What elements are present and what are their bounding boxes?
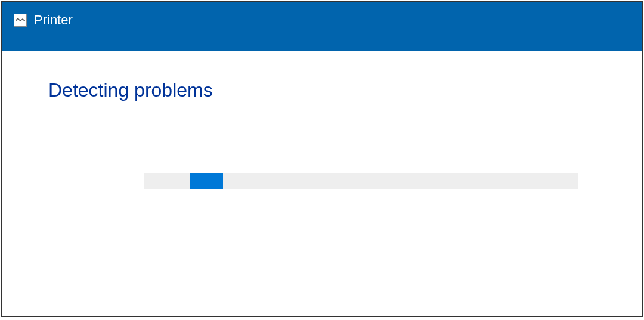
progress-bar-track xyxy=(144,173,578,189)
titlebar-title: Printer xyxy=(34,13,73,28)
troubleshooter-window: Printer Detecting problems xyxy=(1,1,643,317)
progress-bar-fill xyxy=(190,173,223,189)
svg-point-1 xyxy=(24,20,25,21)
titlebar: Printer xyxy=(2,2,642,51)
page-heading: Detecting problems xyxy=(48,79,596,101)
svg-point-0 xyxy=(16,20,17,21)
content-area: Detecting problems xyxy=(2,51,642,316)
printer-troubleshooter-icon xyxy=(14,14,27,27)
